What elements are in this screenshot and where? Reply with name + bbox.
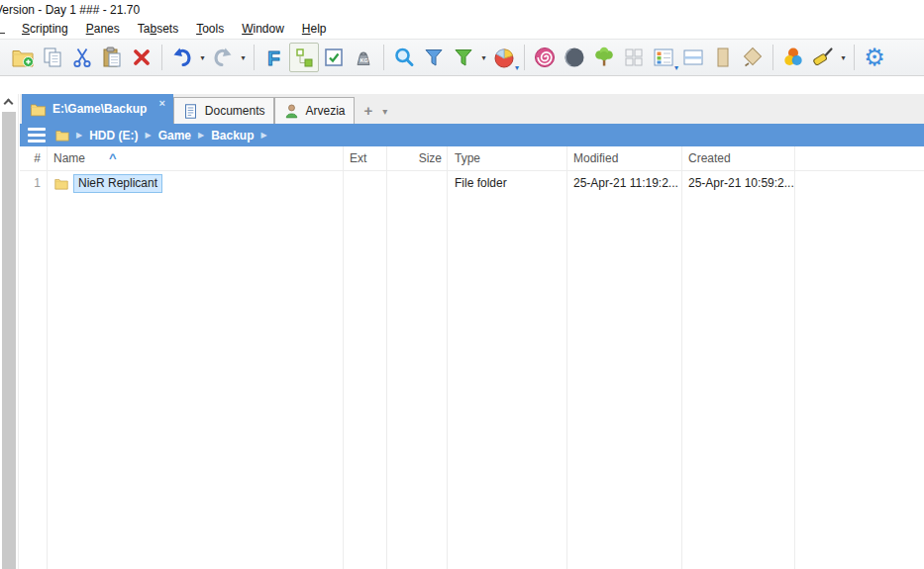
pie-stats-dropdown[interactable]: ▾ xyxy=(515,64,519,72)
scroll-up-icon[interactable] xyxy=(4,99,14,109)
menu-window[interactable]: Window xyxy=(233,20,293,38)
breadcrumb-backup[interactable]: Backup xyxy=(206,129,258,142)
column-divider[interactable] xyxy=(566,146,567,569)
menu-scripting[interactable]: Scripting xyxy=(13,20,77,38)
header-ext[interactable]: Ext xyxy=(343,146,386,170)
funnel-blue-icon xyxy=(422,46,446,69)
copy-button[interactable] xyxy=(38,43,67,72)
tree-toggle-button[interactable] xyxy=(289,43,319,72)
column-divider[interactable] xyxy=(681,146,682,569)
selected-item-name[interactable]: NieR Replicant xyxy=(73,174,162,193)
dark-mode-button[interactable] xyxy=(560,43,589,72)
color-filters-button[interactable] xyxy=(778,43,808,72)
tab-label: Documents xyxy=(205,104,265,118)
toolbar-separator xyxy=(383,45,384,70)
column-divider[interactable] xyxy=(447,146,448,569)
vertical-panel-button[interactable] xyxy=(708,43,738,72)
new-folder-icon xyxy=(11,46,35,69)
menu-panes[interactable]: Panes xyxy=(77,20,129,38)
green-tree-icon xyxy=(592,46,616,69)
tree-green-button[interactable] xyxy=(589,43,619,72)
row-ext xyxy=(343,171,386,196)
undo-button[interactable] xyxy=(167,43,197,72)
tab-close-icon[interactable]: × xyxy=(158,94,164,109)
checkbox-select-button[interactable] xyxy=(319,43,349,72)
tree-pane-scrollbar[interactable] xyxy=(0,94,19,569)
row-created: 25-Apr-21 10:59:2... xyxy=(681,171,794,196)
spiral-button[interactable] xyxy=(530,43,560,72)
menu-bar: Scripting Panes Tabsets Tools Window Hel… xyxy=(0,19,924,39)
column-divider[interactable] xyxy=(794,146,795,569)
menu-tools[interactable]: Tools xyxy=(187,20,233,38)
redo-button[interactable] xyxy=(208,43,238,72)
favorites-f-button[interactable]: F xyxy=(259,43,289,72)
column-divider[interactable] xyxy=(47,146,48,569)
toolbar: ▾ ▾ F KG ▾ ▾ ▾ ▾ ⚙ xyxy=(0,39,924,76)
tab-label: E:\Game\Backup xyxy=(52,102,147,116)
quad-view-button[interactable] xyxy=(619,43,649,72)
size-kg-button[interactable]: KG xyxy=(349,43,378,72)
funnel-green-icon xyxy=(452,46,475,69)
header-index[interactable]: # xyxy=(20,146,47,170)
sort-ascending-icon: ^ xyxy=(109,150,117,165)
search-button[interactable] xyxy=(389,43,419,72)
paint-roller-icon xyxy=(811,46,835,69)
paint-roller-dropdown[interactable]: ▾ xyxy=(838,53,849,62)
new-tab-button[interactable]: + xyxy=(355,102,381,124)
paint-roller-button[interactable] xyxy=(808,43,838,72)
tab-list-dropdown-icon[interactable]: ▾ xyxy=(380,106,393,124)
checkbox-icon xyxy=(322,46,346,69)
header-type[interactable]: Type xyxy=(447,146,566,170)
filter-green-dropdown[interactable]: ▾ xyxy=(478,53,489,62)
menu-tabsets[interactable]: Tabsets xyxy=(129,20,187,38)
breadcrumb-game[interactable]: Game xyxy=(154,129,196,142)
document-icon xyxy=(182,103,199,120)
tree-hierarchy-icon xyxy=(292,46,316,69)
tab-strip: E:\Game\Backup × Documents Arvezia + ▾ xyxy=(20,94,924,124)
list-header-row: # Name^ Ext Size Type Modified Created xyxy=(20,146,924,171)
breadcrumb-drive[interactable]: HDD (E:) xyxy=(84,129,143,142)
hamburger-menu-icon[interactable] xyxy=(28,128,46,142)
moon-icon xyxy=(563,46,586,69)
delete-button[interactable] xyxy=(127,43,156,72)
column-divider[interactable] xyxy=(343,146,344,569)
thumbnails-grid-button[interactable]: ▾ xyxy=(649,43,678,72)
toolbar-separator xyxy=(854,45,855,70)
tab-documents[interactable]: Documents xyxy=(173,97,274,124)
svg-text:F: F xyxy=(267,47,280,69)
menu-help[interactable]: Help xyxy=(293,20,336,38)
tilted-panel-button[interactable] xyxy=(738,43,768,72)
undo-dropdown[interactable]: ▾ xyxy=(197,53,208,62)
filter-blue-button[interactable] xyxy=(419,43,449,72)
gear-icon: ⚙ xyxy=(864,46,885,69)
spiral-icon xyxy=(533,46,557,69)
search-icon xyxy=(392,46,416,69)
folder-icon[interactable] xyxy=(54,128,70,142)
header-size[interactable]: Size xyxy=(386,146,447,170)
pie-stats-button[interactable]: ▾ xyxy=(489,43,519,72)
header-modified[interactable]: Modified xyxy=(566,146,681,170)
paste-button[interactable] xyxy=(97,43,127,72)
tab-label: Arvezia xyxy=(306,104,346,118)
header-created[interactable]: Created xyxy=(681,146,794,170)
table-row[interactable]: 1 NieR Replicant File folder 25-Apr-21 1… xyxy=(20,171,924,196)
tab-backup[interactable]: E:\Game\Backup × xyxy=(22,94,173,124)
column-divider[interactable] xyxy=(386,146,387,569)
cut-button[interactable] xyxy=(67,43,97,72)
scrollbar-thumb[interactable] xyxy=(2,112,16,569)
clipboard-icon xyxy=(100,46,124,69)
toolbar-separator xyxy=(772,45,773,70)
filter-green-button[interactable] xyxy=(449,43,478,72)
row-modified: 25-Apr-21 11:19:2... xyxy=(566,171,681,196)
new-folder-button[interactable] xyxy=(8,43,38,72)
redo-dropdown[interactable]: ▾ xyxy=(238,53,249,62)
title-bar: Version - Day 1 ### - 21.70 xyxy=(0,0,924,19)
tab-arvezia[interactable]: Arvezia xyxy=(274,97,355,124)
folder-icon xyxy=(53,176,69,191)
header-name[interactable]: Name^ xyxy=(47,146,343,170)
row-name-cell[interactable]: NieR Replicant xyxy=(47,171,343,196)
horizontal-split-button[interactable] xyxy=(678,43,708,72)
undo-icon xyxy=(170,46,194,69)
breadcrumb-arrow-icon: ▶ xyxy=(259,131,269,140)
settings-button[interactable]: ⚙ xyxy=(860,43,889,72)
